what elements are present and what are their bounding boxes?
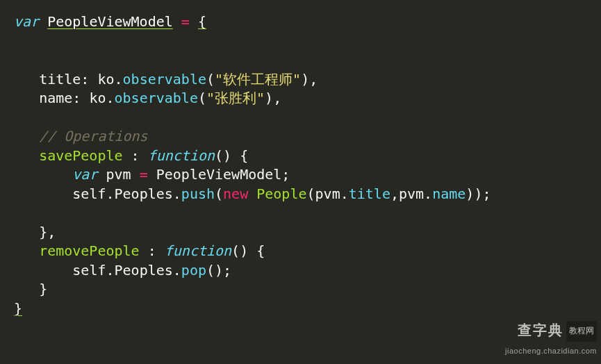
str-title: "软件工程师" xyxy=(215,71,301,88)
id-self: self xyxy=(72,185,106,202)
fn-pop: pop xyxy=(181,262,206,279)
watermark: 查字典教程网 jiaocheng.chazidian.com xyxy=(505,321,597,361)
id-pvm: pvm xyxy=(106,166,131,183)
watermark-brand: 查字典 xyxy=(518,322,563,338)
watermark-tag: 教程网 xyxy=(566,321,597,342)
cls-people: People xyxy=(256,185,306,202)
kw-function: function xyxy=(148,147,215,164)
str-name: "张胜利" xyxy=(206,90,265,106)
prop-title2: title xyxy=(349,185,390,202)
fn-observable: observable xyxy=(123,71,206,88)
prop-removepeople: removePeople xyxy=(39,242,140,259)
pun-lbrace: { xyxy=(198,13,206,30)
prop-title: title xyxy=(39,71,81,88)
kw-var: var xyxy=(14,13,39,30)
id-peopleviewmodel: PeopleViewModel xyxy=(47,13,173,30)
op-eq: = xyxy=(181,13,190,30)
pun-rbrace: } xyxy=(14,300,22,317)
fn-push: push xyxy=(181,185,215,202)
id-peoples: Peoples xyxy=(115,185,173,202)
id-ko: ko xyxy=(97,71,114,88)
prop-name: name xyxy=(39,90,72,106)
comment-operations: // Operations xyxy=(39,128,148,144)
prop-name2: name xyxy=(432,185,466,202)
code-block: var PeopleViewModel = { title: ko.observ… xyxy=(0,0,601,331)
kw-new: new xyxy=(223,185,248,202)
prop-savepeople: savePeople xyxy=(39,147,122,164)
watermark-url: jiaocheng.chazidian.com xyxy=(505,342,597,361)
